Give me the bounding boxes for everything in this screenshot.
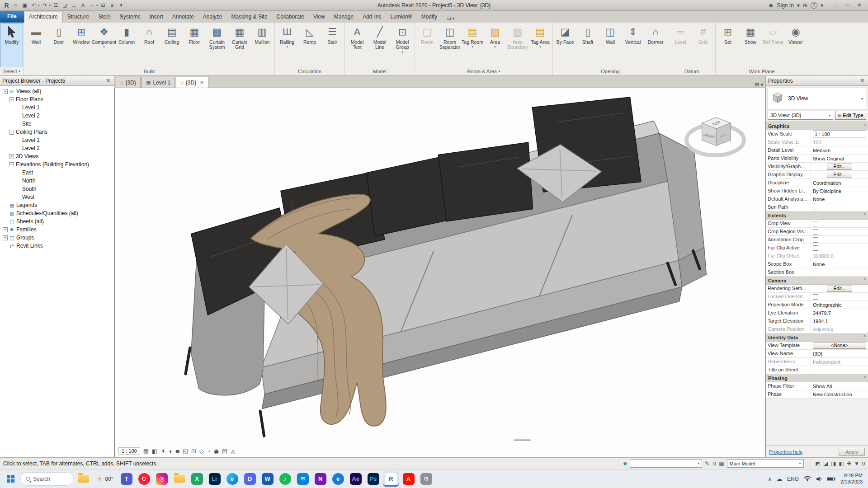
view-name-value[interactable]: {3D} xyxy=(813,351,822,357)
rendering-setti-edit-button[interactable]: Edit... xyxy=(827,286,853,292)
app-store-icon[interactable]: ⊞ xyxy=(803,2,807,9)
print-icon[interactable]: ☷ xyxy=(52,1,60,9)
far-clip-offset-value[interactable]: 304800.0 xyxy=(813,253,834,259)
parts-visibility-value[interactable]: Show Original xyxy=(813,156,844,161)
tab-view[interactable]: View xyxy=(309,12,330,23)
view-scale-input[interactable]: 1 : 100 xyxy=(813,131,866,137)
collapse-icon[interactable]: − xyxy=(9,130,14,135)
view-scale-control[interactable]: 1 : 100 xyxy=(118,447,140,455)
drag-on-selection-icon[interactable]: ✚ xyxy=(847,460,851,467)
tree-item-site[interactable]: Site xyxy=(0,120,114,128)
panel-label-work-plane[interactable]: Work Plane xyxy=(716,67,808,75)
tree-item-families[interactable]: +❖Families xyxy=(0,225,114,234)
reveal-hidden-elements-icon[interactable]: ◉ xyxy=(214,448,219,455)
vertical-opening-button[interactable]: ⇕Vertical xyxy=(622,23,644,67)
detail-level-icon[interactable]: ▦ xyxy=(143,448,149,455)
tree-item-legends[interactable]: ▤Legends xyxy=(0,201,114,209)
panel-label-opening[interactable]: Opening xyxy=(553,67,668,75)
shadows-icon[interactable]: ◐ xyxy=(169,448,173,455)
crop-region-vis-checkbox[interactable] xyxy=(813,229,818,235)
customize-qat-icon[interactable]: ▾ xyxy=(118,1,125,9)
section-extents[interactable]: Extents^ xyxy=(766,211,868,220)
collapse-icon[interactable]: − xyxy=(9,162,14,167)
excel-icon[interactable]: X xyxy=(189,471,205,487)
type-combobox[interactable]: 3D View: {3D} ▾ xyxy=(768,111,833,120)
photoshop-icon[interactable]: Ps xyxy=(366,471,381,487)
camera-position-value[interactable]: Adjusting xyxy=(813,327,833,332)
door-button[interactable]: ▯Door xyxy=(47,23,70,67)
temporary-view-properties-icon[interactable]: ▤ xyxy=(222,448,227,455)
wall-opening-button[interactable]: ◫Wall xyxy=(599,23,622,67)
view-tab-3d[interactable]: ⌂{3D} xyxy=(116,77,141,88)
ribbon-display-toggle[interactable]: ⊡ ▾ xyxy=(444,14,457,23)
sign-in-caret[interactable]: ▾ xyxy=(797,2,800,9)
eye-elevation-value[interactable]: 34479.7 xyxy=(813,310,831,316)
tree-item-ceiling-plans[interactable]: −Ceiling Plans xyxy=(0,128,114,136)
tab-manage[interactable]: Manage xyxy=(330,12,358,23)
panel-label-datum[interactable]: Datum xyxy=(668,67,715,75)
view-cube[interactable]: TOP FRONT LEFT xyxy=(686,117,744,155)
drawing-canvas[interactable]: TOP FRONT LEFT 1 : 100▦◧☀◐◙◱⊡◇◔◉▤◬ xyxy=(114,88,765,457)
show-hidden-li-value[interactable]: By Discipline xyxy=(813,188,841,194)
tab-add-ins[interactable]: Add-Ins xyxy=(358,12,386,23)
collapse-section-icon[interactable]: ^ xyxy=(863,123,866,128)
tab-lumion[interactable]: Lumion® xyxy=(386,12,416,23)
project-browser-close-icon[interactable]: ✕ xyxy=(105,78,112,84)
3d-scene[interactable]: TOP FRONT LEFT xyxy=(115,88,765,457)
set-work-plane-button[interactable]: ⊞Set xyxy=(717,23,739,67)
tree-item-groups[interactable]: +◫Groups xyxy=(0,234,114,242)
measure-icon[interactable]: ◿ xyxy=(61,1,69,9)
tab-structure[interactable]: Structure xyxy=(63,12,94,23)
weather-widget[interactable]: ☀80° xyxy=(94,471,117,487)
ceiling-button[interactable]: ▤Ceiling xyxy=(160,23,183,67)
teams-icon[interactable]: T xyxy=(119,471,134,487)
spotify-icon[interactable]: ♪ xyxy=(278,471,293,487)
viewer-button[interactable]: ◉Viewer xyxy=(784,23,807,67)
thin-lines-icon[interactable]: ≡ xyxy=(108,1,116,9)
tree-item-3d-views[interactable]: +3D Views xyxy=(0,152,114,160)
collapse-icon[interactable]: − xyxy=(9,97,14,102)
show-crop-region-icon[interactable]: ⊡ xyxy=(191,448,196,455)
phase-value[interactable]: New Construction xyxy=(813,392,852,397)
battery-icon[interactable] xyxy=(827,477,835,481)
curtain-system-button[interactable]: ▩Curtain System xyxy=(206,23,228,67)
opera-icon[interactable]: O xyxy=(137,471,152,487)
open-file-icon[interactable]: ▱ xyxy=(12,1,19,9)
ramp-button[interactable]: ◺Ramp xyxy=(298,23,321,67)
view-tab-3d[interactable]: ⌂{3D}✕ xyxy=(176,77,208,88)
tab-analyze[interactable]: Analyze xyxy=(198,12,227,23)
discord-icon[interactable]: D xyxy=(242,471,258,487)
help-caret[interactable]: ▾ xyxy=(821,2,823,9)
aligned-dimension-icon[interactable]: ↔ xyxy=(70,1,78,9)
text-note-icon[interactable]: A xyxy=(79,1,87,9)
mail-icon[interactable]: ✉ xyxy=(295,471,311,487)
onedrive-icon[interactable]: ☁ xyxy=(777,476,782,482)
type-selector[interactable]: 3D View ▾ xyxy=(768,88,866,109)
locked-orientat-checkbox[interactable] xyxy=(813,294,818,300)
onenote-icon[interactable]: N xyxy=(313,471,328,487)
area-button[interactable]: ▨Area▾ xyxy=(484,23,506,67)
rendering-dialog-icon[interactable]: ◙ xyxy=(176,448,179,455)
component-button[interactable]: ❖Component▾ xyxy=(93,23,115,67)
minimize-button[interactable]: — xyxy=(830,1,842,10)
tree-item-level-2[interactable]: Level 2 xyxy=(0,144,114,152)
acrobat-icon[interactable]: A xyxy=(401,471,416,487)
select-underlay-icon[interactable]: ◪ xyxy=(823,460,828,467)
panel-label-circulation[interactable]: Circulation xyxy=(275,67,344,75)
active-workset-select[interactable]: ▾ xyxy=(630,459,702,468)
default-analysis-value[interactable]: None xyxy=(813,197,825,202)
folder-icon[interactable] xyxy=(172,471,187,487)
tag-area-button[interactable]: ▤Tag Area▾ xyxy=(529,23,552,67)
volume-icon[interactable] xyxy=(816,476,822,482)
model-line-button[interactable]: ╱Model Line xyxy=(368,23,391,67)
instagram-icon[interactable]: ◎ xyxy=(154,471,170,487)
undo-dropdown-icon[interactable]: ▾ xyxy=(38,4,40,7)
section-phasing[interactable]: Phasing^ xyxy=(766,374,868,382)
close-button[interactable]: ✕ xyxy=(854,1,865,10)
tree-item-views-all[interactable]: −⊡Views (all) xyxy=(0,87,114,95)
maximize-button[interactable]: □ xyxy=(842,1,854,10)
tree-item-schedules-quantities-all[interactable]: ▥Schedules/Quantities (all) xyxy=(0,209,114,217)
view-tab-level-1[interactable]: ▦Level 1 xyxy=(142,77,175,88)
tree-item-west[interactable]: West xyxy=(0,193,114,201)
shaft-opening-button[interactable]: ▯Shaft xyxy=(576,23,599,67)
